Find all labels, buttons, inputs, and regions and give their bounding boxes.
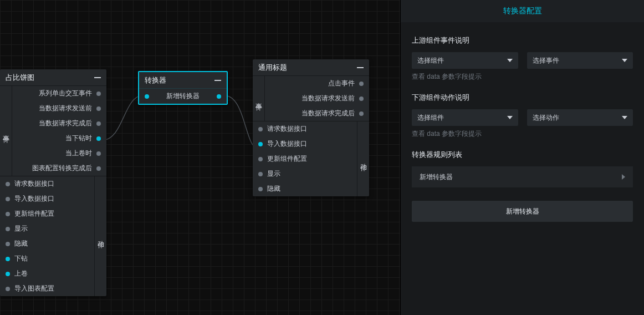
- chevron-down-icon: [622, 116, 627, 119]
- actions-list: 请求数据接口 导入数据接口 更新组件配置 显示 隐藏: [253, 121, 357, 196]
- config-panel: 转换器配置 上游组件事件说明 选择组件 选择事件 查看 data 参数字段提示 …: [400, 0, 644, 315]
- port-dot[interactable]: [145, 94, 149, 99]
- port-dot[interactable]: [359, 96, 364, 101]
- converter-rule-row[interactable]: 新增转换器: [139, 89, 227, 104]
- rules-list: 新增转换器: [412, 166, 633, 187]
- minimize-icon[interactable]: [357, 67, 364, 68]
- event-port[interactable]: 系列单击交互事件: [12, 86, 106, 101]
- port-dot[interactable]: [6, 212, 10, 216]
- action-port[interactable]: 下钻: [0, 251, 94, 266]
- chevron-down-icon: [507, 116, 513, 119]
- port-dot[interactable]: [6, 182, 10, 186]
- rules-title: 转换器规则列表: [412, 150, 633, 160]
- minimize-icon[interactable]: [94, 77, 101, 78]
- port-dot[interactable]: [96, 136, 101, 141]
- actions-section-label: 动作: [357, 121, 369, 196]
- minimize-icon[interactable]: [214, 80, 221, 81]
- action-port[interactable]: 显示: [253, 166, 357, 181]
- panel-title: 转换器配置: [401, 0, 644, 22]
- action-port[interactable]: 请求数据接口: [253, 121, 357, 136]
- action-port[interactable]: 导入数据接口: [253, 136, 357, 151]
- event-port[interactable]: 当数据请求完成后: [265, 106, 369, 121]
- upstream-event-select[interactable]: 选择事件: [527, 52, 633, 69]
- rule-item[interactable]: 新增转换器: [412, 166, 633, 187]
- port-dot[interactable]: [6, 197, 10, 201]
- port-dot[interactable]: [6, 227, 10, 231]
- port-dot[interactable]: [217, 94, 221, 99]
- action-port[interactable]: 导入图表配置: [0, 281, 94, 296]
- downstream-title: 下游组件动作说明: [412, 93, 633, 103]
- events-section-label: 事件: [253, 76, 265, 121]
- action-port[interactable]: 显示: [0, 221, 94, 236]
- action-port[interactable]: 隐藏: [0, 236, 94, 251]
- node-pie-chart[interactable]: 占比饼图 事件 系列单击交互事件 当数据请求发送前 当数据请求完成后 当下钻时 …: [0, 69, 106, 296]
- chevron-right-icon: [622, 174, 625, 180]
- action-port[interactable]: 更新组件配置: [0, 206, 94, 221]
- node-title: 通用标题: [258, 63, 287, 73]
- event-port[interactable]: 当数据请求发送前: [12, 101, 106, 116]
- canvas[interactable]: 占比饼图 事件 系列单击交互事件 当数据请求发送前 当数据请求完成后 当下钻时 …: [0, 0, 400, 315]
- port-dot[interactable]: [6, 242, 10, 246]
- upstream-title: 上游组件事件说明: [412, 35, 633, 45]
- event-port[interactable]: 图表配置转换完成后: [12, 161, 106, 176]
- event-port[interactable]: 当下钻时: [12, 131, 106, 146]
- port-dot[interactable]: [96, 92, 101, 96]
- event-port[interactable]: 当数据请求完成后: [12, 116, 106, 131]
- port-dot[interactable]: [258, 157, 263, 161]
- event-port[interactable]: 点击事件: [265, 76, 369, 91]
- upstream-hint: 查看 data 参数字段提示: [412, 72, 633, 82]
- port-dot[interactable]: [359, 111, 364, 116]
- port-dot[interactable]: [258, 187, 263, 191]
- port-dot[interactable]: [96, 106, 101, 111]
- action-port[interactable]: 更新组件配置: [253, 151, 357, 166]
- actions-section-label: 动作: [94, 176, 106, 296]
- port-dot[interactable]: [359, 82, 364, 86]
- port-dot[interactable]: [96, 151, 101, 156]
- upstream-component-select[interactable]: 选择组件: [412, 52, 518, 69]
- port-dot[interactable]: [96, 166, 101, 171]
- action-port[interactable]: 隐藏: [253, 181, 357, 196]
- event-port[interactable]: 当数据请求发送前: [265, 91, 369, 106]
- port-dot[interactable]: [6, 257, 10, 261]
- downstream-hint: 查看 data 参数字段提示: [412, 129, 633, 139]
- action-port[interactable]: 导入数据接口: [0, 191, 94, 206]
- node-title: 占比饼图: [6, 73, 34, 83]
- port-dot[interactable]: [6, 287, 10, 291]
- port-dot[interactable]: [258, 127, 263, 131]
- events-section-label: 事件: [0, 86, 12, 176]
- downstream-action-select[interactable]: 选择动作: [527, 109, 633, 126]
- events-list: 系列单击交互事件 当数据请求发送前 当数据请求完成后 当下钻时 当上卷时 图表配…: [12, 86, 106, 176]
- events-list: 点击事件 当数据请求发送前 当数据请求完成后: [265, 76, 369, 121]
- chevron-down-icon: [622, 59, 627, 62]
- node-generic-title[interactable]: 通用标题 事件 点击事件 当数据请求发送前 当数据请求完成后 请求数据接口 导入…: [253, 59, 369, 196]
- action-port[interactable]: 上卷: [0, 266, 94, 281]
- port-dot[interactable]: [6, 272, 10, 276]
- actions-list: 请求数据接口 导入数据接口 更新组件配置 显示 隐藏 下钻 上卷 导入图表配置: [0, 176, 94, 296]
- node-converter[interactable]: 转换器 新增转换器: [138, 71, 228, 105]
- port-dot[interactable]: [258, 142, 263, 146]
- node-title: 转换器: [145, 75, 166, 85]
- add-converter-button[interactable]: 新增转换器: [412, 201, 633, 222]
- event-port[interactable]: 当上卷时: [12, 146, 106, 161]
- port-dot[interactable]: [96, 121, 101, 126]
- port-dot[interactable]: [258, 172, 263, 176]
- action-port[interactable]: 请求数据接口: [0, 176, 94, 191]
- chevron-down-icon: [507, 59, 513, 62]
- downstream-component-select[interactable]: 选择组件: [412, 109, 518, 126]
